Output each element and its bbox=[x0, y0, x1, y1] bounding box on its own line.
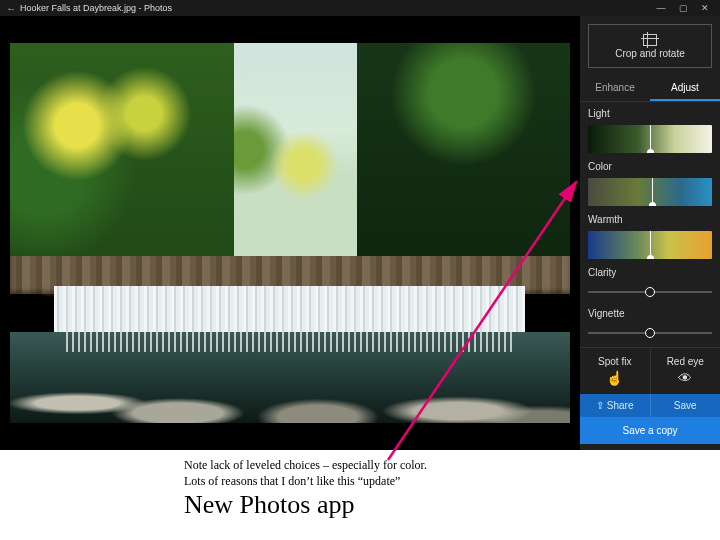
vignette-knob[interactable] bbox=[645, 328, 655, 338]
spot-fix-button[interactable]: Spot fix ☝ bbox=[580, 348, 650, 394]
maximize-button[interactable]: ▢ bbox=[672, 3, 694, 13]
crop-rotate-label: Crop and rotate bbox=[615, 48, 685, 59]
share-button[interactable]: ⇪ Share bbox=[580, 394, 650, 417]
red-eye-label: Red eye bbox=[667, 356, 704, 367]
tab-adjust[interactable]: Adjust bbox=[650, 76, 720, 101]
photos-app-window: ← Hooker Falls at Daybreak.jpg - Photos … bbox=[0, 0, 720, 450]
light-label: Light bbox=[580, 102, 720, 121]
share-label: Share bbox=[607, 400, 634, 411]
clarity-label: Clarity bbox=[580, 261, 720, 280]
hand-tap-icon: ☝ bbox=[606, 370, 623, 386]
action-row: ⇪ Share Save bbox=[580, 394, 720, 417]
annotation-line2: Lots of reasons that I don’t like this “… bbox=[184, 474, 400, 489]
minimize-button[interactable]: — bbox=[650, 3, 672, 13]
crop-icon bbox=[643, 34, 657, 46]
save-copy-button[interactable]: Save a copy bbox=[580, 417, 720, 444]
window-title: Hooker Falls at Daybreak.jpg - Photos bbox=[18, 3, 172, 13]
edit-panel: Crop and rotate Enhance Adjust Light Col… bbox=[579, 16, 720, 450]
annotation-headline: New Photos app bbox=[184, 490, 354, 520]
light-slider[interactable] bbox=[588, 125, 712, 153]
light-slider-handle[interactable] bbox=[650, 125, 651, 153]
vignette-label: Vignette bbox=[580, 302, 720, 321]
photo-waterfall bbox=[10, 43, 570, 423]
save-button[interactable]: Save bbox=[650, 394, 721, 417]
annotation-layer: Note lack of leveled choices – especiall… bbox=[0, 450, 720, 540]
close-button[interactable]: ✕ bbox=[694, 3, 716, 13]
clarity-knob[interactable] bbox=[645, 287, 655, 297]
color-slider-handle[interactable] bbox=[652, 178, 653, 206]
red-eye-button[interactable]: Red eye 👁 bbox=[650, 348, 721, 394]
photo-canvas[interactable] bbox=[0, 16, 579, 450]
content-area: Crop and rotate Enhance Adjust Light Col… bbox=[0, 16, 720, 450]
color-slider[interactable] bbox=[588, 178, 712, 206]
color-label: Color bbox=[580, 155, 720, 174]
share-icon: ⇪ bbox=[596, 400, 604, 411]
edit-tabs: Enhance Adjust bbox=[580, 76, 720, 102]
spot-fix-label: Spot fix bbox=[598, 356, 631, 367]
annotation-line1: Note lack of leveled choices – especiall… bbox=[184, 458, 427, 473]
back-button[interactable]: ← bbox=[4, 3, 18, 14]
eye-icon: 👁 bbox=[678, 370, 692, 386]
tab-enhance[interactable]: Enhance bbox=[580, 76, 650, 101]
title-bar: ← Hooker Falls at Daybreak.jpg - Photos … bbox=[0, 0, 720, 16]
warmth-slider[interactable] bbox=[588, 231, 712, 259]
crop-rotate-button[interactable]: Crop and rotate bbox=[588, 24, 712, 68]
warmth-label: Warmth bbox=[580, 208, 720, 227]
clarity-slider[interactable] bbox=[588, 286, 712, 298]
warmth-slider-handle[interactable] bbox=[650, 231, 651, 259]
fix-row: Spot fix ☝ Red eye 👁 bbox=[580, 347, 720, 394]
vignette-slider[interactable] bbox=[588, 327, 712, 339]
